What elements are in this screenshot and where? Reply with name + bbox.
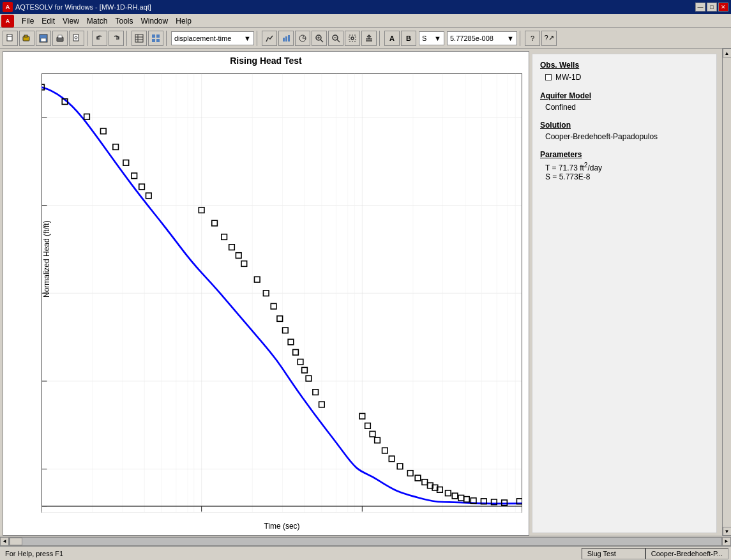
parameters-title: Parameters — [540, 150, 709, 159]
preview-button[interactable] — [69, 31, 84, 46]
scroll-left-button[interactable]: ◄ — [0, 537, 9, 546]
svg-rect-7 — [41, 38, 46, 42]
svg-rect-22 — [288, 35, 290, 42]
scroll-right-button[interactable]: ► — [722, 537, 731, 546]
s-value-arrow: ▼ — [507, 34, 514, 42]
dropdown-value: displacement-time — [174, 34, 231, 42]
app-title: AQTESOLV for Windows - [MW-1D-RH.aqt] — [15, 3, 151, 11]
toolbar: displacement-time ▼ A B S ▼ 5.77285e-008… — [0, 28, 731, 49]
pan-tool[interactable] — [361, 31, 377, 46]
svg-rect-12 — [135, 34, 143, 42]
svg-rect-17 — [156, 34, 160, 38]
scroll-track — [9, 537, 722, 546]
title-bar: A AQTESOLV for Windows - [MW-1D-RH.aqt] … — [0, 0, 731, 14]
svg-rect-9 — [58, 35, 62, 38]
svg-point-34 — [351, 37, 354, 40]
zoom-select[interactable] — [345, 31, 360, 46]
plot-type-dropdown[interactable]: displacement-time ▼ — [171, 31, 254, 45]
s-value-field[interactable]: 5.77285e-008 ▼ — [447, 31, 517, 45]
s-label: S — [422, 34, 426, 42]
T-value: T = 71.73 ft2/day — [545, 162, 709, 172]
app-icon: A — [3, 2, 13, 12]
svg-rect-21 — [285, 36, 287, 42]
svg-rect-20 — [283, 38, 285, 42]
menu-tools[interactable]: Tools — [112, 15, 137, 27]
menu-file[interactable]: File — [18, 15, 38, 27]
toolbar-separator-3 — [166, 31, 169, 46]
svg-line-25 — [303, 36, 304, 38]
help-context[interactable]: ?↗ — [541, 31, 557, 46]
svg-line-31 — [337, 40, 340, 42]
undo-button[interactable] — [92, 31, 107, 46]
S-value: S = 5.773E-8 — [545, 172, 709, 181]
chart-type-1[interactable] — [262, 31, 277, 46]
new-button[interactable] — [3, 31, 18, 46]
help-button[interactable]: ? — [525, 31, 540, 46]
scrollbar-right: ▲ ▼ — [722, 49, 731, 536]
menu-match[interactable]: Match — [83, 15, 112, 27]
obs-wells-title: Obs. Wells — [540, 61, 709, 70]
solution-name: Cooper-Bredehoeft-Papadopulos — [545, 132, 709, 141]
save-button[interactable] — [36, 31, 51, 46]
open-button[interactable] — [19, 31, 34, 46]
zoom-in[interactable] — [312, 31, 327, 46]
s-dropdown[interactable]: S ▼ — [419, 31, 444, 45]
scroll-down-button[interactable]: ▼ — [723, 527, 732, 536]
scroll-up-button[interactable]: ▲ — [723, 49, 732, 57]
status-solution: Cooper-Bredehoeft-P... — [645, 548, 728, 559]
well-item: MW-1D — [540, 72, 709, 82]
help-text: For Help, press F1 — [3, 550, 582, 557]
aquifer-model-title: Aquifer Model — [540, 91, 709, 100]
menu-bar: A File Edit View Match Tools Window Help — [0, 14, 731, 28]
svg-rect-10 — [73, 34, 79, 41]
s-value: 5.77285e-008 — [450, 34, 494, 42]
legend-panel: Obs. Wells MW-1D Aquifer Model Confined … — [532, 54, 717, 533]
x-axis-label: Time (sec) — [264, 522, 299, 531]
toolbar-separator-4 — [257, 31, 259, 46]
toolbar-separator-6 — [520, 31, 522, 46]
status-slug-test: Slug Test — [582, 548, 645, 559]
btn-a[interactable]: A — [384, 31, 400, 46]
svg-rect-16 — [152, 34, 155, 38]
menu-edit[interactable]: Edit — [38, 15, 59, 27]
app-menu-icon: A — [1, 15, 14, 27]
menu-help[interactable]: Help — [172, 15, 195, 27]
minimize-button[interactable]: — — [695, 3, 705, 11]
toolbar-separator-1 — [87, 31, 89, 46]
status-bar: For Help, press F1 Slug Test Cooper-Bred… — [0, 546, 731, 560]
svg-text:A: A — [6, 18, 10, 24]
zoom-out[interactable] — [328, 31, 343, 46]
print-button[interactable] — [52, 31, 68, 46]
svg-rect-2 — [7, 34, 12, 41]
close-button[interactable]: ✕ — [718, 3, 728, 11]
s-arrow: ▼ — [434, 34, 441, 42]
redo-button[interactable] — [109, 31, 124, 46]
chart-type-3[interactable] — [295, 31, 310, 46]
chart-title: Rising Head Test — [3, 52, 529, 67]
y-axis-label: Normalized Head (ft/ft) — [42, 221, 51, 298]
aquifer-type: Confined — [545, 103, 709, 112]
svg-rect-5 — [24, 35, 27, 37]
chart-svg: 1. 0.8 0.6 0.4 0.2 0. 1. 10. 100. 1000. — [41, 73, 522, 513]
scrollbar-bottom: ◄ ► — [0, 536, 731, 546]
maximize-button[interactable]: □ — [707, 3, 717, 11]
scroll-thumb[interactable] — [10, 538, 22, 545]
table-button[interactable] — [132, 31, 147, 46]
dropdown-arrow: ▼ — [244, 34, 251, 42]
well-name: MW-1D — [555, 73, 581, 82]
well-symbol — [545, 74, 552, 80]
svg-rect-18 — [152, 39, 155, 42]
menu-view[interactable]: View — [59, 15, 83, 27]
svg-rect-19 — [156, 39, 160, 42]
toolbar-separator-5 — [379, 31, 382, 46]
svg-rect-33 — [349, 35, 356, 42]
menu-window[interactable]: Window — [137, 15, 172, 27]
toolbar-separator-2 — [126, 31, 129, 46]
btn-b[interactable]: B — [401, 31, 416, 46]
grid-button[interactable] — [148, 31, 163, 46]
chart-type-2[interactable] — [278, 31, 294, 46]
svg-line-27 — [320, 40, 323, 42]
solution-title: Solution — [540, 121, 709, 130]
